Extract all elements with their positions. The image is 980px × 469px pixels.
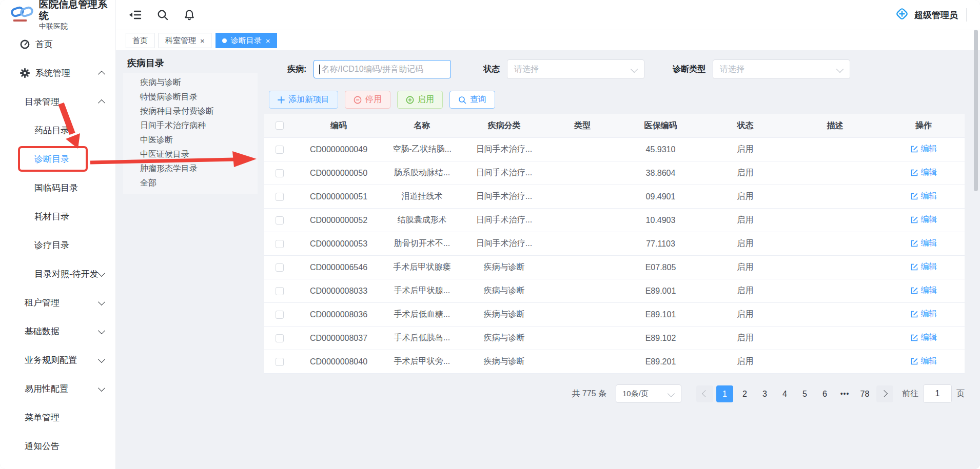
goto-page-input[interactable] xyxy=(923,384,952,403)
name-cell: 泪道挂线术 xyxy=(382,191,462,202)
row-checkbox[interactable] xyxy=(276,311,284,319)
edit-button[interactable]: 编辑 xyxy=(910,309,937,319)
sidebar-item-catalog[interactable]: 目录管理 xyxy=(0,87,115,116)
row-checkbox[interactable] xyxy=(276,358,284,366)
status-cell: 启用 xyxy=(703,356,788,367)
edit-label: 编辑 xyxy=(921,356,937,366)
tab-diagnosis-catalog[interactable]: 诊断目录 × xyxy=(215,33,277,48)
row-checkbox[interactable] xyxy=(276,169,284,177)
edit-button[interactable]: 编辑 xyxy=(910,214,937,225)
tab-label: 科室管理 xyxy=(165,36,196,46)
filter-row: 疾病: 状态 请选择 诊断类型 请选择 xyxy=(287,59,850,79)
chevron-down-icon xyxy=(98,327,105,334)
edit-button[interactable]: 编辑 xyxy=(910,167,937,178)
sidebar-nav: 首页 系统管理 目录管理 药品目录 诊断目录 国临码目录 xyxy=(0,30,115,460)
disease-search-input[interactable] xyxy=(320,64,451,74)
enable-button[interactable]: 启用 xyxy=(397,91,443,109)
query-button[interactable]: 查询 xyxy=(449,91,495,109)
status-select[interactable]: 请选择 xyxy=(507,59,644,79)
bell-icon[interactable] xyxy=(184,9,195,21)
submenu-title: 疾病目录 xyxy=(127,57,164,69)
sidebar-item-tenant[interactable]: 租户管理 xyxy=(0,288,115,317)
sidebar-item-label: 系统管理 xyxy=(35,67,70,79)
chevron-left-icon xyxy=(702,390,709,397)
submenu-item-disease-diagnosis[interactable]: 疾病与诊断 xyxy=(123,75,258,90)
row-checkbox[interactable] xyxy=(276,287,284,295)
page-button-2[interactable]: 2 xyxy=(736,385,753,402)
user-area[interactable]: 超级管理员 xyxy=(894,6,967,24)
sidebar-item-basic-data[interactable]: 基础数据 xyxy=(0,317,115,345)
main-area: 超级管理员 首页 科室管理 × 诊断目录 × 疾病目录 疾病与诊断 特慢病 xyxy=(115,0,980,469)
prev-page-button[interactable] xyxy=(696,385,713,402)
edit-button[interactable]: 编辑 xyxy=(910,261,937,272)
edit-button[interactable]: 编辑 xyxy=(910,285,937,296)
logo-subtext-bar xyxy=(13,19,27,22)
sidebar-item-business-rules[interactable]: 业务规则配置 xyxy=(0,345,115,374)
sidebar-item-home[interactable]: 首页 xyxy=(0,30,115,58)
close-icon[interactable]: × xyxy=(200,37,205,45)
disease-input-wrap xyxy=(313,60,451,78)
edit-button[interactable]: 编辑 xyxy=(910,332,937,343)
edit-button[interactable]: 编辑 xyxy=(910,144,937,154)
sidebar-item-label: 诊疗目录 xyxy=(34,239,69,251)
row-checkbox[interactable] xyxy=(276,216,284,225)
sidebar-item-label: 基础数据 xyxy=(25,325,60,337)
tab-home[interactable]: 首页 xyxy=(126,33,154,48)
sidebar-item-treatment-catalog[interactable]: 诊疗目录 xyxy=(0,231,115,259)
edit-button[interactable]: 编辑 xyxy=(910,191,937,201)
row-checkbox[interactable] xyxy=(276,263,284,272)
submenu-item-tcm-syndrome[interactable]: 中医证候目录 xyxy=(123,147,258,161)
sidebar-item-consumable-catalog[interactable]: 耗材目录 xyxy=(0,202,115,231)
submenu-item-tumor-morphology[interactable]: 肿瘤形态学目录 xyxy=(123,161,258,176)
sidebar-item-diagnosis-catalog[interactable]: 诊断目录 xyxy=(0,145,115,173)
sidebar-item-menu-management[interactable]: 菜单管理 xyxy=(0,403,115,432)
submenu-item-pay-by-disease[interactable]: 按病种目录付费诊断 xyxy=(123,104,258,118)
search-icon[interactable] xyxy=(157,9,168,21)
submenu-item-day-surgery[interactable]: 日间手术治疗病种 xyxy=(123,118,258,133)
page-button-3[interactable]: 3 xyxy=(756,385,773,402)
submenu-item-all[interactable]: 全部 xyxy=(123,176,258,190)
code-cell: CD0000000053 xyxy=(295,239,382,249)
row-checkbox[interactable] xyxy=(276,240,284,248)
more-pages-ellipsis[interactable]: ••• xyxy=(836,385,853,402)
insurance-code-cell: E89.001 xyxy=(618,287,703,296)
page-button-5[interactable]: 5 xyxy=(796,385,813,402)
edit-button[interactable]: 编辑 xyxy=(910,356,937,366)
table-row: CD0000008033 手术后甲状腺... 疾病与诊断 E89.001 启用 … xyxy=(264,279,965,303)
plus-circle-icon xyxy=(406,96,414,104)
tab-department-management[interactable]: 科室管理 × xyxy=(159,33,211,48)
submenu-item-special-chronic[interactable]: 特慢病诊断目录 xyxy=(123,90,258,104)
chevron-up-icon xyxy=(98,71,105,78)
sidebar-item-announcements[interactable]: 通知公告 xyxy=(0,432,115,460)
submenu-item-tcm-diagnosis[interactable]: 中医诊断 xyxy=(123,133,258,147)
row-checkbox[interactable] xyxy=(276,146,284,154)
gear-icon xyxy=(19,68,30,78)
vertical-scrollbar-thumb[interactable] xyxy=(974,30,978,191)
page-button-1[interactable]: 1 xyxy=(716,385,733,402)
disable-button[interactable]: 停用 xyxy=(345,91,390,109)
row-checkbox[interactable] xyxy=(276,334,284,342)
sidebar-item-label: 目录对照-待开发 xyxy=(34,268,99,280)
next-page-button[interactable] xyxy=(876,385,893,402)
select-all-checkbox[interactable] xyxy=(276,121,284,130)
page-button-6[interactable]: 6 xyxy=(816,385,833,402)
category-cell: 日间手术治疗... xyxy=(462,238,546,249)
disease-catalog-menu: 疾病与诊断 特慢病诊断目录 按病种目录付费诊断 日间手术治疗病种 中医诊断 中医… xyxy=(123,73,258,194)
sidebar-item-usability[interactable]: 易用性配置 xyxy=(0,374,115,403)
topbar: 超级管理员 xyxy=(115,0,980,30)
sidebar-item-catalog-mapping[interactable]: 目录对照-待开发 xyxy=(0,259,115,288)
page-button-78[interactable]: 78 xyxy=(856,385,873,402)
row-checkbox[interactable] xyxy=(276,193,284,201)
sidebar-item-drug-catalog[interactable]: 药品目录 xyxy=(0,116,115,145)
page-button-4[interactable]: 4 xyxy=(776,385,793,402)
edit-button[interactable]: 编辑 xyxy=(910,238,937,249)
chevron-down-icon xyxy=(668,390,675,397)
sidebar-item-national-code-catalog[interactable]: 国临码目录 xyxy=(0,173,115,202)
add-item-button[interactable]: 添加新项目 xyxy=(269,91,338,109)
sidebar-item-system[interactable]: 系统管理 xyxy=(0,58,115,87)
collapse-sidebar-icon[interactable] xyxy=(129,10,142,20)
diagnosis-type-select[interactable]: 请选择 xyxy=(713,59,850,79)
page-size-select[interactable]: 10条/页 xyxy=(616,384,681,403)
content-area: 疾病目录 疾病与诊断 特慢病诊断目录 按病种目录付费诊断 日间手术治疗病种 中医… xyxy=(115,50,980,469)
close-icon[interactable]: × xyxy=(266,37,270,45)
